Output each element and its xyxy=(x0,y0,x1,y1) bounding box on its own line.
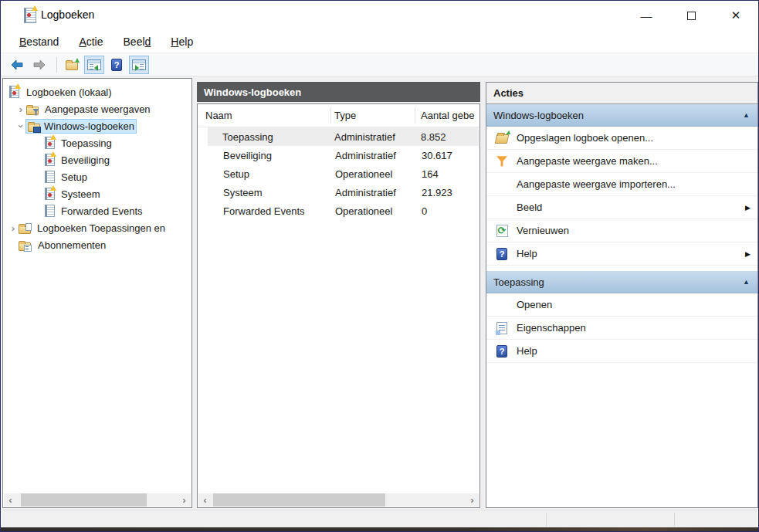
custom-views-folder-icon xyxy=(26,107,39,115)
scroll-left-icon[interactable]: ‹ xyxy=(4,493,17,507)
action-import-custom-view[interactable]: Aangepaste weergave importeren... xyxy=(486,173,757,196)
filter-icon xyxy=(496,156,507,167)
action-pane-icon xyxy=(132,59,146,70)
statusbar xyxy=(2,510,757,529)
help-icon xyxy=(111,59,122,71)
action-help-toepassing[interactable]: Help xyxy=(486,340,757,363)
menubar: Bestand Actie Beeld Help xyxy=(1,30,758,53)
app-icon xyxy=(24,8,36,25)
table-row[interactable]: Beveiliging Administratief 30.617 xyxy=(198,146,479,164)
column-divider[interactable] xyxy=(330,107,331,124)
subscriptions-folder-icon xyxy=(19,242,31,251)
column-header-type[interactable]: Type xyxy=(330,110,415,121)
forward-button[interactable] xyxy=(29,56,49,74)
setup-log-icon xyxy=(45,171,55,183)
action-create-custom-view[interactable]: Aangepaste weergave maken... xyxy=(486,150,757,173)
action-vernieuwen[interactable]: Vernieuwen xyxy=(486,219,757,242)
menu-beeld[interactable]: Beeld xyxy=(116,32,159,51)
list-panel-title: Windows-logboeken xyxy=(197,82,480,102)
list-scrollbar-thumb[interactable] xyxy=(213,493,385,507)
tree-item-windows-logboeken[interactable]: Windows-logboeken xyxy=(3,117,191,134)
tree-scrollbar-thumb[interactable] xyxy=(21,493,147,507)
properties-icon xyxy=(496,322,507,334)
close-icon: ✕ xyxy=(731,8,741,22)
open-folder-icon xyxy=(66,62,78,70)
action-help[interactable]: Help ▶ xyxy=(486,242,757,266)
console-tree-panel: Logboeken (lokaal) Aangepaste weergaven … xyxy=(2,78,192,508)
back-button[interactable] xyxy=(7,56,27,74)
toolbar-separator xyxy=(56,57,57,73)
menu-actie[interactable]: Actie xyxy=(71,32,110,51)
action-open-saved-log[interactable]: Opgeslagen logboek openen... xyxy=(486,127,757,150)
tree-item-setup[interactable]: Setup xyxy=(3,168,191,185)
tree-item-forwarded-events[interactable]: Forwarded Events xyxy=(3,202,191,219)
event-viewer-window: Logboeken — ✕ Bestand Actie Beeld Help xyxy=(0,0,759,532)
section-gap xyxy=(486,266,757,271)
action-openen[interactable]: Openen xyxy=(486,293,757,317)
toolbar-help-button[interactable] xyxy=(107,56,127,74)
tree-item-systeem[interactable]: Systeem xyxy=(3,185,191,202)
forward-arrow-icon xyxy=(32,59,46,71)
list-horizontal-scrollbar[interactable]: ‹ › xyxy=(198,493,479,507)
tree-item-toepassing[interactable]: Toepassing xyxy=(3,134,191,151)
table-row[interactable]: Setup Operationeel 164 xyxy=(198,164,479,183)
collapse-icon[interactable]: ▲ xyxy=(743,278,750,286)
actions-section-windows-logboeken[interactable]: Windows-logboeken ▲ xyxy=(486,104,757,127)
open-saved-log-icon xyxy=(495,134,510,144)
maximize-icon xyxy=(687,12,696,20)
tree-item-beveiliging[interactable]: Beveiliging xyxy=(3,151,191,168)
statusbar-divider xyxy=(674,513,675,527)
tree-item-abonnementen[interactable]: Abonnementen xyxy=(3,236,191,253)
maximize-button[interactable] xyxy=(669,1,713,30)
console-tree-icon xyxy=(87,59,101,70)
security-log-icon xyxy=(45,154,55,166)
toggle-action-pane-button[interactable] xyxy=(129,56,149,74)
scroll-right-icon[interactable]: › xyxy=(466,493,479,507)
chevron-right-icon[interactable] xyxy=(15,103,26,115)
toolbar xyxy=(1,53,758,76)
application-log-icon xyxy=(45,137,55,149)
open-saved-log-button[interactable] xyxy=(62,56,82,74)
system-log-icon xyxy=(45,188,55,200)
minimize-icon: — xyxy=(641,9,652,22)
chevron-down-icon[interactable] xyxy=(15,120,27,131)
action-eigenschappen[interactable]: Eigenschappen xyxy=(486,317,757,340)
close-button[interactable]: ✕ xyxy=(713,1,758,30)
refresh-icon xyxy=(496,225,508,237)
scroll-left-icon[interactable]: ‹ xyxy=(198,493,212,507)
table-row[interactable]: Forwarded Events Operationeel 0 xyxy=(198,202,479,220)
tree-item-aangepaste-weergaven[interactable]: Aangepaste weergaven xyxy=(3,100,191,117)
help-icon xyxy=(496,248,507,260)
back-arrow-icon xyxy=(10,59,24,71)
window-title: Logboeken xyxy=(41,8,94,21)
actions-panel: Acties Windows-logboeken ▲ Opgeslagen lo… xyxy=(486,82,758,508)
window-bottom-edge xyxy=(1,527,758,531)
actions-section-toepassing[interactable]: Toepassing ▲ xyxy=(486,271,757,293)
help-icon xyxy=(496,345,507,357)
submenu-arrow-icon: ▶ xyxy=(745,204,751,212)
table-row[interactable]: Toepassing Administratief 8.852 xyxy=(208,127,479,146)
tree-item-logboeken-toepassingen[interactable]: Logboeken Toepassingen en xyxy=(3,219,191,236)
table-header: Naam Type Aantal gebe xyxy=(198,104,479,127)
event-viewer-icon xyxy=(9,86,19,98)
scroll-right-icon[interactable]: › xyxy=(178,493,191,507)
applications-services-folder-icon xyxy=(19,225,31,234)
log-list-panel: Naam Type Aantal gebe Toepassing Adminis… xyxy=(197,103,480,508)
column-header-naam[interactable]: Naam xyxy=(198,110,330,121)
column-divider[interactable] xyxy=(415,107,415,124)
column-header-aantal[interactable]: Aantal gebe xyxy=(415,110,479,121)
tree-item-root[interactable]: Logboeken (lokaal) xyxy=(3,83,191,100)
titlebar: Logboeken — ✕ xyxy=(1,1,758,30)
toggle-console-tree-button[interactable] xyxy=(84,56,104,74)
chevron-right-icon[interactable] xyxy=(8,222,19,234)
menu-help[interactable]: Help xyxy=(163,32,201,51)
actions-panel-title: Acties xyxy=(486,83,757,104)
menu-bestand[interactable]: Bestand xyxy=(12,32,66,51)
collapse-icon[interactable]: ▲ xyxy=(743,111,750,119)
minimize-button[interactable]: — xyxy=(624,1,669,30)
windows-logs-folder-icon xyxy=(28,124,40,132)
table-row[interactable]: Systeem Administratief 21.923 xyxy=(198,183,479,202)
statusbar-divider xyxy=(546,513,547,527)
action-beeld[interactable]: Beeld ▶ xyxy=(486,196,757,219)
tree-horizontal-scrollbar[interactable]: ‹ › xyxy=(4,493,191,507)
